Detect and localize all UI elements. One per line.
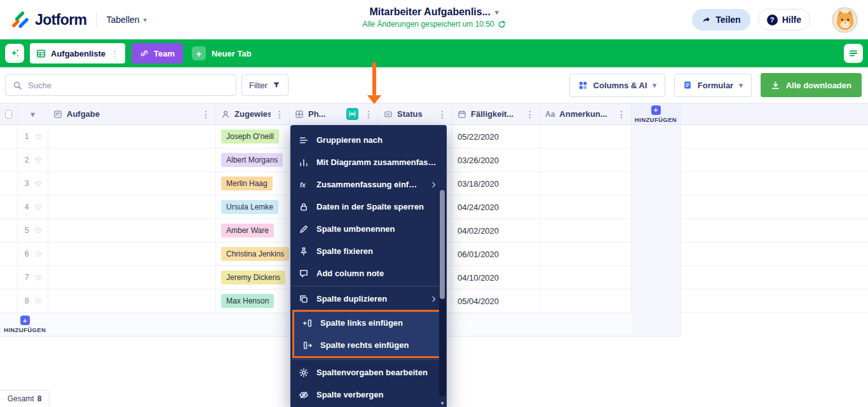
row-select-cell[interactable] bbox=[0, 149, 18, 171]
row-select-cell[interactable] bbox=[0, 219, 18, 242]
cell-faelligkeit[interactable]: 04/10/2020 bbox=[452, 266, 540, 289]
cell-faelligkeit[interactable]: 06/01/2020 bbox=[452, 243, 540, 265]
assignee-tag[interactable]: Joseph O'neill bbox=[221, 130, 279, 143]
cell-faelligkeit[interactable]: 04/24/2020 bbox=[452, 196, 540, 218]
assignee-tag[interactable]: Merlin Haag bbox=[221, 177, 273, 190]
column-menu-dots[interactable]: ⋮ bbox=[617, 109, 626, 119]
column-menu-dots[interactable]: ⋮ bbox=[275, 109, 284, 119]
cell-aufgabe[interactable] bbox=[48, 290, 216, 312]
menu-item-insert-column-right[interactable]: Spalte rechts einfügen bbox=[294, 334, 443, 356]
menu-item-lock-column-data[interactable]: Daten in der Spalte sperren bbox=[290, 196, 447, 218]
row-number-cell[interactable]: 6 ☆ bbox=[18, 243, 48, 265]
column-resize-icon[interactable] bbox=[346, 108, 358, 120]
document-title[interactable]: Mitarbeiter Aufgabenlis... ▾ bbox=[369, 6, 498, 18]
menu-item-hide-column[interactable]: Spalte verbergen bbox=[290, 384, 447, 406]
row-select-cell[interactable] bbox=[0, 196, 18, 218]
assignee-tag[interactable]: Christina Jenkins bbox=[221, 247, 289, 261]
assignee-tag[interactable]: Albert Morgans bbox=[221, 153, 283, 167]
row-number-cell[interactable]: 4 ☆ bbox=[18, 196, 48, 218]
cell-faelligkeit[interactable]: 03/26/2020 bbox=[452, 149, 540, 171]
assignee-tag[interactable]: Max Henson bbox=[221, 294, 274, 308]
search-input[interactable] bbox=[28, 81, 229, 90]
share-button[interactable]: Teilen bbox=[692, 9, 750, 30]
row-select-cell[interactable] bbox=[0, 172, 18, 195]
cell-zugewiesen-an[interactable]: Albert Morgans bbox=[216, 149, 290, 171]
star-icon[interactable]: ☆ bbox=[34, 248, 43, 260]
row-number-cell[interactable]: 1 ☆ bbox=[18, 125, 48, 148]
cell-aufgabe[interactable] bbox=[48, 196, 216, 218]
row-number-cell[interactable]: 8 ☆ bbox=[18, 290, 48, 312]
cell-zugewiesen-an[interactable]: Joseph O'neill bbox=[216, 125, 290, 148]
tab-list-button[interactable] bbox=[844, 44, 863, 63]
cell-anmerkung[interactable] bbox=[540, 125, 632, 148]
cell-zugewiesen-an[interactable]: Merlin Haag bbox=[216, 172, 290, 195]
cell-aufgabe[interactable] bbox=[48, 125, 216, 148]
menu-item-rename-column[interactable]: Spalte umbenennen bbox=[290, 218, 447, 240]
filter-button[interactable]: Filter bbox=[241, 74, 288, 96]
menu-scrollbar-thumb[interactable] bbox=[440, 190, 445, 299]
row-number-cell[interactable]: 7 ☆ bbox=[18, 266, 48, 289]
column-menu-dots[interactable]: ⋮ bbox=[438, 109, 447, 119]
menu-item-group-by[interactable]: Gruppieren nach bbox=[290, 129, 447, 151]
new-tab-button[interactable]: + Neuer Tab bbox=[192, 46, 252, 60]
star-icon[interactable]: ☆ bbox=[34, 178, 43, 189]
menu-item-insert-column-left[interactable]: Spalte links einfügen bbox=[294, 312, 443, 334]
column-header-anmerkungen[interactable]: Aa Anmerkun... ⋮ bbox=[540, 103, 632, 124]
cell-faelligkeit[interactable]: 04/02/2020 bbox=[452, 219, 540, 242]
tab-team[interactable]: Team bbox=[132, 43, 183, 63]
add-row-button[interactable]: + HINZUFÜGEN bbox=[0, 316, 46, 333]
select-all-checkbox[interactable] bbox=[5, 110, 12, 119]
search-box[interactable] bbox=[5, 74, 236, 96]
form-button[interactable]: Formular ▾ bbox=[674, 74, 752, 97]
cell-aufgabe[interactable] bbox=[48, 243, 216, 265]
add-column-button[interactable]: + HINZUFÜGEN bbox=[632, 103, 681, 124]
cell-zugewiesen-an[interactable]: Amber Ware bbox=[216, 219, 290, 242]
tables-dropdown[interactable]: Tabellen ▾ bbox=[106, 15, 147, 25]
cell-aufgabe[interactable] bbox=[48, 149, 216, 171]
star-icon[interactable]: ☆ bbox=[34, 201, 43, 213]
cell-anmerkung[interactable] bbox=[540, 196, 632, 218]
user-avatar[interactable] bbox=[832, 7, 858, 33]
star-icon[interactable]: ☆ bbox=[34, 225, 43, 236]
chevron-down-icon[interactable]: ▾ bbox=[31, 110, 34, 119]
help-button[interactable]: ? Hilfe bbox=[758, 9, 810, 30]
cell-anmerkung[interactable] bbox=[540, 172, 632, 195]
jotform-logo[interactable]: Jotform bbox=[10, 10, 86, 29]
column-header-faelligkeit[interactable]: Fälligkeit... ⋮ bbox=[452, 103, 540, 124]
cell-zugewiesen-an[interactable]: Ursula Lemke bbox=[216, 196, 290, 218]
row-select-cell[interactable] bbox=[0, 125, 18, 148]
row-number-cell[interactable]: 5 ☆ bbox=[18, 219, 48, 242]
menu-item-summarize-chart[interactable]: Mit Diagramm zusammenfassen bbox=[290, 151, 447, 173]
column-menu-dots[interactable]: ⋮ bbox=[526, 109, 534, 119]
cell-zugewiesen-an[interactable]: Jeremy Dickens bbox=[216, 266, 290, 289]
cell-zugewiesen-an[interactable]: Max Henson bbox=[216, 290, 290, 312]
menu-item-duplicate-column[interactable]: Spalte duplizieren bbox=[290, 288, 447, 310]
cell-faelligkeit[interactable]: 03/18/2020 bbox=[452, 172, 540, 195]
download-all-button[interactable]: Alle downloaden bbox=[761, 73, 862, 97]
columns-ai-button[interactable]: Columns & AI ▾ bbox=[569, 74, 665, 97]
row-select-cell[interactable] bbox=[0, 266, 18, 289]
column-header-status[interactable]: Status ⋮ bbox=[379, 103, 452, 124]
cell-anmerkung[interactable] bbox=[540, 290, 632, 312]
cell-aufgabe[interactable] bbox=[48, 266, 216, 289]
star-icon[interactable]: ☆ bbox=[34, 131, 43, 142]
row-number-cell[interactable]: 2 ☆ bbox=[18, 149, 48, 171]
menu-scroll-down-icon[interactable]: ▾ bbox=[438, 400, 446, 406]
assignee-tag[interactable]: Ursula Lemke bbox=[221, 200, 278, 214]
star-icon[interactable]: ☆ bbox=[34, 272, 43, 283]
menu-item-insert-summary[interactable]: fxZusammenfassung einfügen bbox=[290, 173, 447, 196]
cell-anmerkung[interactable] bbox=[540, 149, 632, 171]
star-icon[interactable]: ☆ bbox=[34, 154, 43, 166]
cell-aufgabe[interactable] bbox=[48, 219, 216, 242]
cell-faelligkeit[interactable]: 05/22/2020 bbox=[452, 125, 540, 148]
tab-menu-dots[interactable]: ⋮ bbox=[111, 49, 119, 58]
column-header-phase[interactable]: Ph... ⋮ bbox=[290, 103, 379, 124]
row-select-cell[interactable] bbox=[0, 290, 18, 312]
menu-item-freeze-column[interactable]: Spalte fixieren bbox=[290, 240, 447, 262]
column-header-zugewiesen-an[interactable]: Zugewiesen an ⋮ bbox=[216, 103, 290, 124]
cell-anmerkung[interactable] bbox=[540, 266, 632, 289]
cell-faelligkeit[interactable]: 05/04/2020 bbox=[452, 290, 540, 312]
menu-item-edit-column-defaults[interactable]: Spaltenvorgaben bearbeiten bbox=[290, 361, 447, 384]
menu-scrollbar[interactable] bbox=[439, 189, 445, 397]
cell-aufgabe[interactable] bbox=[48, 172, 216, 195]
